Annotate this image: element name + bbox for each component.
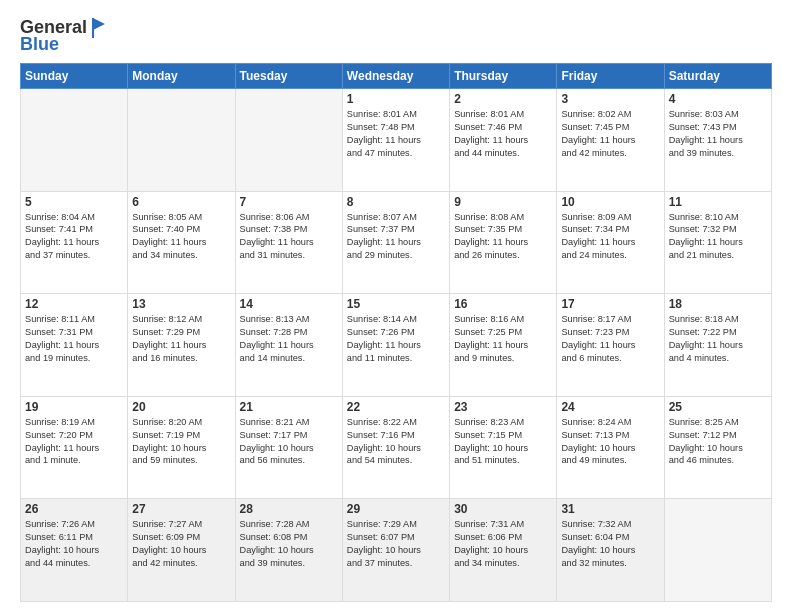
day-info: Sunrise: 8:12 AM Sunset: 7:29 PM Dayligh… <box>132 313 230 365</box>
day-number: 21 <box>240 400 338 414</box>
logo-flag-icon <box>89 16 107 38</box>
day-number: 7 <box>240 195 338 209</box>
column-header-monday: Monday <box>128 64 235 89</box>
calendar-cell: 1Sunrise: 8:01 AM Sunset: 7:48 PM Daylig… <box>342 89 449 192</box>
day-info: Sunrise: 8:23 AM Sunset: 7:15 PM Dayligh… <box>454 416 552 468</box>
calendar-cell: 28Sunrise: 7:28 AM Sunset: 6:08 PM Dayli… <box>235 499 342 602</box>
day-info: Sunrise: 7:28 AM Sunset: 6:08 PM Dayligh… <box>240 518 338 570</box>
calendar-cell: 6Sunrise: 8:05 AM Sunset: 7:40 PM Daylig… <box>128 191 235 294</box>
day-info: Sunrise: 7:29 AM Sunset: 6:07 PM Dayligh… <box>347 518 445 570</box>
calendar-week-row: 1Sunrise: 8:01 AM Sunset: 7:48 PM Daylig… <box>21 89 772 192</box>
day-info: Sunrise: 8:01 AM Sunset: 7:48 PM Dayligh… <box>347 108 445 160</box>
calendar-cell: 11Sunrise: 8:10 AM Sunset: 7:32 PM Dayli… <box>664 191 771 294</box>
day-number: 28 <box>240 502 338 516</box>
day-info: Sunrise: 7:32 AM Sunset: 6:04 PM Dayligh… <box>561 518 659 570</box>
calendar-week-row: 5Sunrise: 8:04 AM Sunset: 7:41 PM Daylig… <box>21 191 772 294</box>
svg-rect-1 <box>92 18 94 38</box>
calendar-cell: 18Sunrise: 8:18 AM Sunset: 7:22 PM Dayli… <box>664 294 771 397</box>
day-info: Sunrise: 7:27 AM Sunset: 6:09 PM Dayligh… <box>132 518 230 570</box>
calendar-cell: 19Sunrise: 8:19 AM Sunset: 7:20 PM Dayli… <box>21 396 128 499</box>
calendar-cell: 9Sunrise: 8:08 AM Sunset: 7:35 PM Daylig… <box>450 191 557 294</box>
day-number: 16 <box>454 297 552 311</box>
day-number: 31 <box>561 502 659 516</box>
day-info: Sunrise: 8:11 AM Sunset: 7:31 PM Dayligh… <box>25 313 123 365</box>
column-header-friday: Friday <box>557 64 664 89</box>
day-number: 8 <box>347 195 445 209</box>
calendar-table: SundayMondayTuesdayWednesdayThursdayFrid… <box>20 63 772 602</box>
day-number: 26 <box>25 502 123 516</box>
column-header-tuesday: Tuesday <box>235 64 342 89</box>
day-number: 20 <box>132 400 230 414</box>
calendar-cell: 31Sunrise: 7:32 AM Sunset: 6:04 PM Dayli… <box>557 499 664 602</box>
day-number: 13 <box>132 297 230 311</box>
day-number: 27 <box>132 502 230 516</box>
calendar-cell: 23Sunrise: 8:23 AM Sunset: 7:15 PM Dayli… <box>450 396 557 499</box>
day-number: 18 <box>669 297 767 311</box>
day-info: Sunrise: 8:01 AM Sunset: 7:46 PM Dayligh… <box>454 108 552 160</box>
page: General Blue SundayMondayTuesdayWednesda… <box>0 0 792 612</box>
day-number: 4 <box>669 92 767 106</box>
calendar-week-row: 19Sunrise: 8:19 AM Sunset: 7:20 PM Dayli… <box>21 396 772 499</box>
day-number: 30 <box>454 502 552 516</box>
day-number: 6 <box>132 195 230 209</box>
day-info: Sunrise: 8:22 AM Sunset: 7:16 PM Dayligh… <box>347 416 445 468</box>
calendar-cell: 20Sunrise: 8:20 AM Sunset: 7:19 PM Dayli… <box>128 396 235 499</box>
calendar-cell: 10Sunrise: 8:09 AM Sunset: 7:34 PM Dayli… <box>557 191 664 294</box>
column-header-thursday: Thursday <box>450 64 557 89</box>
day-number: 25 <box>669 400 767 414</box>
calendar-cell: 27Sunrise: 7:27 AM Sunset: 6:09 PM Dayli… <box>128 499 235 602</box>
day-number: 17 <box>561 297 659 311</box>
day-number: 2 <box>454 92 552 106</box>
day-number: 23 <box>454 400 552 414</box>
calendar-cell: 25Sunrise: 8:25 AM Sunset: 7:12 PM Dayli… <box>664 396 771 499</box>
day-info: Sunrise: 8:04 AM Sunset: 7:41 PM Dayligh… <box>25 211 123 263</box>
day-info: Sunrise: 8:24 AM Sunset: 7:13 PM Dayligh… <box>561 416 659 468</box>
day-info: Sunrise: 8:17 AM Sunset: 7:23 PM Dayligh… <box>561 313 659 365</box>
day-number: 15 <box>347 297 445 311</box>
calendar-cell <box>128 89 235 192</box>
day-info: Sunrise: 7:31 AM Sunset: 6:06 PM Dayligh… <box>454 518 552 570</box>
calendar-cell: 29Sunrise: 7:29 AM Sunset: 6:07 PM Dayli… <box>342 499 449 602</box>
calendar-cell: 16Sunrise: 8:16 AM Sunset: 7:25 PM Dayli… <box>450 294 557 397</box>
column-header-saturday: Saturday <box>664 64 771 89</box>
calendar-cell: 14Sunrise: 8:13 AM Sunset: 7:28 PM Dayli… <box>235 294 342 397</box>
calendar-cell: 3Sunrise: 8:02 AM Sunset: 7:45 PM Daylig… <box>557 89 664 192</box>
day-info: Sunrise: 8:07 AM Sunset: 7:37 PM Dayligh… <box>347 211 445 263</box>
day-number: 24 <box>561 400 659 414</box>
calendar-cell <box>664 499 771 602</box>
column-header-wednesday: Wednesday <box>342 64 449 89</box>
calendar-cell: 2Sunrise: 8:01 AM Sunset: 7:46 PM Daylig… <box>450 89 557 192</box>
day-info: Sunrise: 8:20 AM Sunset: 7:19 PM Dayligh… <box>132 416 230 468</box>
day-number: 10 <box>561 195 659 209</box>
calendar-cell: 4Sunrise: 8:03 AM Sunset: 7:43 PM Daylig… <box>664 89 771 192</box>
calendar-cell: 24Sunrise: 8:24 AM Sunset: 7:13 PM Dayli… <box>557 396 664 499</box>
calendar-cell: 13Sunrise: 8:12 AM Sunset: 7:29 PM Dayli… <box>128 294 235 397</box>
calendar-header-row: SundayMondayTuesdayWednesdayThursdayFrid… <box>21 64 772 89</box>
day-number: 3 <box>561 92 659 106</box>
day-info: Sunrise: 8:03 AM Sunset: 7:43 PM Dayligh… <box>669 108 767 160</box>
day-number: 14 <box>240 297 338 311</box>
calendar-cell <box>21 89 128 192</box>
calendar-cell: 15Sunrise: 8:14 AM Sunset: 7:26 PM Dayli… <box>342 294 449 397</box>
calendar-week-row: 12Sunrise: 8:11 AM Sunset: 7:31 PM Dayli… <box>21 294 772 397</box>
day-info: Sunrise: 8:16 AM Sunset: 7:25 PM Dayligh… <box>454 313 552 365</box>
day-number: 19 <box>25 400 123 414</box>
day-number: 12 <box>25 297 123 311</box>
day-info: Sunrise: 8:19 AM Sunset: 7:20 PM Dayligh… <box>25 416 123 468</box>
header: General Blue <box>20 16 772 55</box>
day-info: Sunrise: 8:21 AM Sunset: 7:17 PM Dayligh… <box>240 416 338 468</box>
day-info: Sunrise: 8:25 AM Sunset: 7:12 PM Dayligh… <box>669 416 767 468</box>
day-number: 5 <box>25 195 123 209</box>
day-info: Sunrise: 8:10 AM Sunset: 7:32 PM Dayligh… <box>669 211 767 263</box>
day-number: 9 <box>454 195 552 209</box>
calendar-cell: 12Sunrise: 8:11 AM Sunset: 7:31 PM Dayli… <box>21 294 128 397</box>
day-info: Sunrise: 8:08 AM Sunset: 7:35 PM Dayligh… <box>454 211 552 263</box>
calendar-cell: 22Sunrise: 8:22 AM Sunset: 7:16 PM Dayli… <box>342 396 449 499</box>
day-info: Sunrise: 8:05 AM Sunset: 7:40 PM Dayligh… <box>132 211 230 263</box>
day-info: Sunrise: 8:02 AM Sunset: 7:45 PM Dayligh… <box>561 108 659 160</box>
day-info: Sunrise: 8:06 AM Sunset: 7:38 PM Dayligh… <box>240 211 338 263</box>
calendar-cell: 7Sunrise: 8:06 AM Sunset: 7:38 PM Daylig… <box>235 191 342 294</box>
calendar-cell <box>235 89 342 192</box>
day-info: Sunrise: 8:18 AM Sunset: 7:22 PM Dayligh… <box>669 313 767 365</box>
column-header-sunday: Sunday <box>21 64 128 89</box>
